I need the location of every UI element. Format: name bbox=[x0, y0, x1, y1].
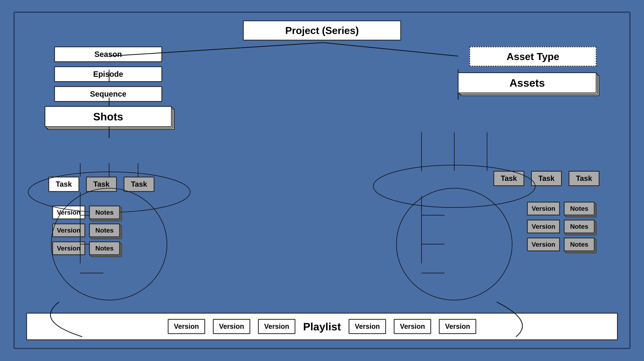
shots-notes-2-front: Notes bbox=[89, 224, 120, 237]
playlist-version-5: Version bbox=[394, 319, 431, 334]
assets-task-2: Task bbox=[531, 171, 562, 186]
shots-label: Shots bbox=[93, 110, 123, 123]
shots-version-2-label: Version bbox=[57, 226, 80, 234]
project-box: Project (Series) bbox=[243, 20, 401, 40]
playlist-version-1: Version bbox=[168, 319, 205, 334]
assets-task-3-label: Task bbox=[576, 174, 592, 182]
assets-version-3-label: Version bbox=[532, 241, 555, 248]
assets-notes-3-label: Notes bbox=[570, 241, 588, 248]
shots-version-1-label: Version bbox=[57, 209, 80, 216]
assets-notes-1-label: Notes bbox=[570, 205, 588, 212]
episode-box: Episode bbox=[54, 66, 162, 82]
playlist-version-3: Version bbox=[258, 319, 296, 334]
shots-vn-row-2: Version Notes bbox=[52, 224, 120, 237]
playlist-version-4: Version bbox=[348, 319, 386, 334]
assets-notes-2-stack: Notes bbox=[564, 220, 595, 233]
assets-task-3: Task bbox=[568, 171, 600, 186]
shots-task-2-label: Task bbox=[93, 180, 110, 188]
svg-line-1 bbox=[323, 42, 458, 56]
main-container: Project (Series) Season Episode Sequence… bbox=[14, 12, 630, 349]
project-title: Project (Series) bbox=[285, 25, 359, 36]
assets-notes-1-front: Notes bbox=[564, 202, 595, 216]
assets-notes-3-front: Notes bbox=[564, 238, 595, 251]
asset-type-box: Asset Type bbox=[469, 46, 596, 66]
assets-version-2: Version bbox=[527, 220, 560, 233]
playlist-row: Version Version Version Playlist Version… bbox=[26, 313, 618, 340]
assets-versions-notes: Version Notes Version Notes bbox=[527, 202, 595, 256]
assets-version-1: Version bbox=[527, 202, 560, 216]
shots-notes-1-front: Notes bbox=[89, 206, 120, 219]
assets-vn-row-2: Version Notes bbox=[527, 220, 595, 233]
assets-notes-3-stack: Notes bbox=[564, 238, 595, 251]
assets-version-2-label: Version bbox=[532, 223, 555, 230]
episode-label: Episode bbox=[93, 70, 123, 78]
shots-stack: Shots bbox=[44, 106, 172, 127]
shots-version-3: Version bbox=[52, 242, 85, 255]
assets-notes-2-label: Notes bbox=[570, 223, 588, 230]
assets-version-1-label: Version bbox=[532, 205, 555, 212]
sequence-box: Sequence bbox=[54, 86, 162, 102]
assets-task-1: Task bbox=[494, 171, 524, 186]
assets-tasks-row: Task Task Task bbox=[494, 171, 600, 186]
shots-version-3-label: Version bbox=[57, 244, 80, 252]
assets-stack: Assets bbox=[458, 72, 596, 93]
shots-notes-2-label: Notes bbox=[96, 226, 114, 234]
assets-vn-row-1: Version Notes bbox=[527, 202, 595, 216]
pl-v4-label: Version bbox=[355, 322, 380, 330]
pl-v3-label: Version bbox=[264, 322, 289, 330]
pl-v6-label: Version bbox=[445, 322, 470, 330]
playlist-version-6: Version bbox=[439, 319, 476, 334]
pl-v2-label: Version bbox=[219, 322, 244, 330]
shots-notes-2-stack: Notes bbox=[89, 224, 120, 237]
shots-notes-1-stack: Notes bbox=[89, 206, 120, 219]
shots-task-3-label: Task bbox=[131, 180, 147, 188]
pl-v5-label: Version bbox=[400, 322, 425, 330]
shots-tasks-row: Task Task Task bbox=[48, 177, 154, 192]
pl-v1-label: Version bbox=[174, 322, 199, 330]
shots-versions-notes: Version Notes Version Notes bbox=[52, 206, 120, 259]
assets-task-2-label: Task bbox=[538, 174, 554, 182]
shots-version-2: Version bbox=[52, 224, 85, 237]
shots-task-3: Task bbox=[124, 177, 154, 192]
playlist-version-2: Version bbox=[213, 319, 250, 334]
asset-type-label: Asset Type bbox=[506, 51, 559, 62]
assets-front: Assets bbox=[458, 72, 596, 93]
shots-vn-row-3: Version Notes bbox=[52, 242, 120, 255]
assets-version-3: Version bbox=[527, 238, 560, 251]
season-label: Season bbox=[94, 50, 122, 58]
playlist-label-text: Playlist bbox=[303, 320, 341, 333]
shots-task-1: Task bbox=[48, 177, 79, 192]
playlist-title: Playlist bbox=[303, 320, 341, 333]
assets-label: Assets bbox=[510, 77, 545, 89]
assets-notes-1-stack: Notes bbox=[564, 202, 595, 216]
season-box: Season bbox=[54, 46, 162, 62]
assets-vn-row-3: Version Notes bbox=[527, 238, 595, 251]
shots-task-1-label: Task bbox=[56, 180, 72, 188]
shots-front: Shots bbox=[44, 106, 172, 127]
shots-notes-3-stack: Notes bbox=[89, 242, 120, 255]
shots-notes-3-label: Notes bbox=[96, 244, 114, 252]
svg-point-24 bbox=[396, 188, 512, 300]
assets-task-1-label: Task bbox=[501, 174, 517, 182]
shots-version-1: Version bbox=[52, 206, 85, 219]
shots-notes-3-front: Notes bbox=[89, 242, 120, 255]
assets-notes-2-front: Notes bbox=[564, 220, 595, 233]
shots-task-2: Task bbox=[86, 177, 117, 192]
shots-vn-row-1: Version Notes bbox=[52, 206, 120, 219]
sequence-label: Sequence bbox=[90, 90, 126, 98]
shots-notes-1-label: Notes bbox=[96, 209, 114, 216]
